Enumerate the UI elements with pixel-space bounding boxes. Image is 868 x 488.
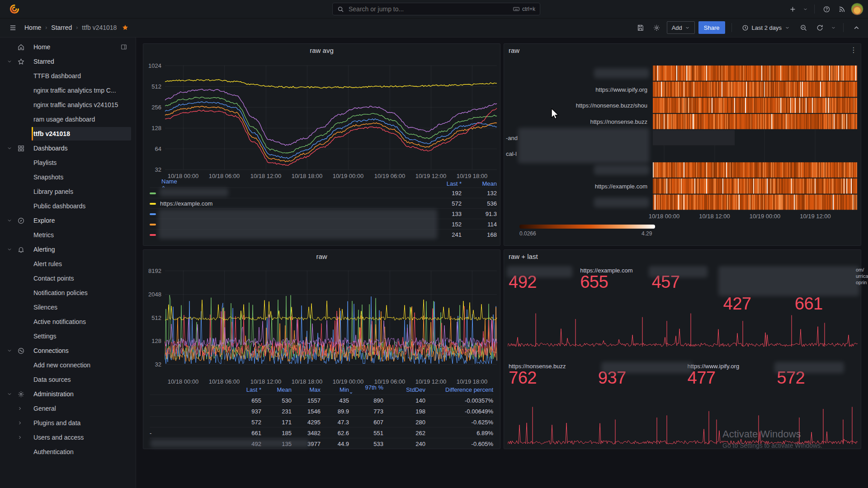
sidebar-item-users-and-access[interactable]: Users and access: [0, 430, 136, 445]
chevron-down-icon: [785, 25, 790, 30]
series-color-swatch[interactable]: [150, 234, 156, 236]
chevron-down-icon[interactable]: [5, 247, 14, 252]
legend-sort-mean[interactable]: Mean: [462, 180, 497, 187]
dashboard-settings-icon[interactable]: [651, 21, 663, 34]
sidebar-item-dashboards[interactable]: Dashboards: [0, 141, 136, 155]
panel-title[interactable]: raw: [509, 47, 519, 54]
sidebar-item-connections[interactable]: Connections: [0, 343, 136, 358]
sidebar-item-public-dashboards[interactable]: Public dashboards: [0, 199, 136, 213]
table-sort-97th[interactable]: 97th %: [349, 384, 383, 395]
heatmap-row-label: -and: [506, 134, 518, 141]
news-rss-icon[interactable]: [835, 3, 848, 15]
sidebar-item-starred[interactable]: Starred: [0, 54, 136, 69]
table-sort-max[interactable]: Max: [292, 386, 321, 393]
x-axis-tick: 10/18 00:00: [649, 213, 680, 220]
table-sort-difference-percent[interactable]: Difference percent: [425, 386, 493, 393]
save-dashboard-icon[interactable]: [634, 21, 647, 34]
panel-title[interactable]: raw + last: [509, 253, 538, 260]
breadcrumb-home[interactable]: Home: [24, 24, 41, 31]
heatmap-chart[interactable]: [653, 66, 857, 210]
time-range-picker[interactable]: Last 2 days: [738, 21, 794, 34]
chevron-right-icon[interactable]: [14, 435, 33, 440]
chevron-down-icon[interactable]: [802, 3, 809, 15]
table-sort-last[interactable]: Last *: [230, 386, 261, 393]
stats-table-row: 492135397744.9533240-0.605%: [150, 438, 493, 449]
sidebar-item-general[interactable]: General: [0, 401, 136, 416]
sidebar-item-alerting[interactable]: Alerting: [0, 242, 136, 257]
search-bar[interactable]: ctrl+k: [332, 3, 540, 15]
zoom-out-icon[interactable]: [797, 21, 810, 34]
sidebar-item-home[interactable]: Home: [0, 40, 136, 54]
x-axis-tick: 10/19 18:00: [457, 173, 488, 179]
chevron-down-icon[interactable]: [5, 59, 14, 64]
sidebar-item-ttfb-v241018[interactable]: ttfb v241018: [0, 127, 136, 141]
user-avatar[interactable]: [851, 3, 863, 15]
divider: [814, 5, 815, 14]
x-axis-tick: 10/19 12:00: [800, 213, 831, 220]
breadcrumb-starred[interactable]: Starred: [51, 24, 72, 31]
share-button[interactable]: Share: [698, 21, 725, 34]
legend-last-value: 572: [430, 200, 462, 207]
series-name[interactable]: https://example.com: [160, 200, 430, 207]
table-cell: -0.625%: [425, 419, 493, 426]
series-color-swatch[interactable]: [150, 224, 156, 225]
sidebar-item-silences[interactable]: Silences: [0, 300, 136, 314]
sidebar-item-ttfb-dashboard[interactable]: TTFB dashboard: [0, 69, 136, 83]
sidebar-item-snapshots[interactable]: Snapshots: [0, 170, 136, 184]
table-sort-mean[interactable]: Mean: [261, 386, 292, 393]
add-button[interactable]: Add: [667, 21, 695, 34]
sidebar-item-settings[interactable]: Settings: [0, 329, 136, 343]
stats-table-header: Last *MeanMaxMin97th % StdDevDifference …: [150, 385, 493, 394]
sidebar-item-library-panels[interactable]: Library panels: [0, 184, 136, 199]
sidebar-item-notification-policies[interactable]: Notification policies: [0, 286, 136, 300]
sidebar-item-add-new-connection[interactable]: Add new connection: [0, 358, 136, 372]
sidebar-item-contact-points[interactable]: Contact points: [0, 271, 136, 286]
mega-menu-icon[interactable]: [6, 21, 19, 34]
sidebar-item-metrics[interactable]: Metrics: [0, 228, 136, 242]
sidebar-item-administration[interactable]: Administration: [0, 387, 136, 401]
sidebar-item-nginx-traffic-analytics-v241015[interactable]: nginx traffic analytics v241015: [0, 98, 136, 112]
add-menu-button[interactable]: [786, 3, 799, 15]
stat-value: 661: [795, 294, 823, 314]
table-cell: 135: [261, 441, 292, 447]
table-cell: -0.00357%: [425, 397, 493, 404]
chevron-right-icon[interactable]: [14, 420, 33, 426]
panel-menu-kebab-icon[interactable]: ⋮: [850, 46, 857, 54]
sidebar-item-playlists[interactable]: Playlists: [0, 155, 136, 170]
refresh-interval-chevron-icon[interactable]: [830, 21, 837, 34]
legend-sort-last[interactable]: Last *: [430, 180, 462, 187]
top-navbar: ctrl+k: [0, 0, 868, 19]
sidebar-item-label: Authentication: [33, 448, 136, 455]
search-shortcut: ctrl+k: [513, 5, 535, 13]
table-sort-min[interactable]: Min: [321, 386, 349, 393]
breadcrumb-separator: ›: [76, 24, 78, 31]
sidebar-item-alert-rules[interactable]: Alert rules: [0, 257, 136, 271]
search-input[interactable]: [348, 5, 509, 13]
grafana-logo-icon[interactable]: [9, 4, 20, 14]
chevron-right-icon[interactable]: [14, 406, 33, 411]
series-color-swatch[interactable]: [150, 192, 156, 194]
chevron-down-icon[interactable]: [5, 391, 14, 397]
chevron-down-icon[interactable]: [5, 145, 14, 151]
series-color-swatch[interactable]: [150, 203, 156, 205]
favorite-star-icon[interactable]: [122, 24, 129, 31]
chevron-down-icon[interactable]: [5, 348, 14, 353]
sidebar-item-plugins-and-data[interactable]: Plugins and data: [0, 416, 136, 430]
series-color-swatch[interactable]: [150, 213, 156, 215]
dock-icon[interactable]: [120, 43, 136, 51]
y-axis-tick: 128: [142, 338, 161, 344]
x-axis-tick: 10/18 12:00: [699, 213, 730, 220]
sidebar-item-data-sources[interactable]: Data sources: [0, 372, 136, 387]
table-sort-stddev[interactable]: StdDev: [383, 386, 425, 393]
refresh-icon[interactable]: [813, 21, 826, 34]
sidebar-item-authentication[interactable]: Authentication: [0, 445, 136, 459]
chevron-down-icon[interactable]: [5, 218, 14, 223]
legend-last-value: 133: [430, 211, 462, 217]
sidebar-item-explore[interactable]: Explore: [0, 213, 136, 228]
sidebar-item-active-notifications[interactable]: Active notifications: [0, 314, 136, 329]
collapse-toolbar-icon[interactable]: [850, 21, 863, 34]
help-icon[interactable]: [820, 3, 833, 15]
sidebar-item-ram-usage-dashboard[interactable]: ram usage dashboard: [0, 112, 136, 127]
clipped-label-fragments: om/urricaoprin: [856, 267, 868, 286]
sidebar-item-nginx-traffic-analytics-tmp-c[interactable]: nginx traffic analytics tmp C...: [0, 83, 136, 98]
